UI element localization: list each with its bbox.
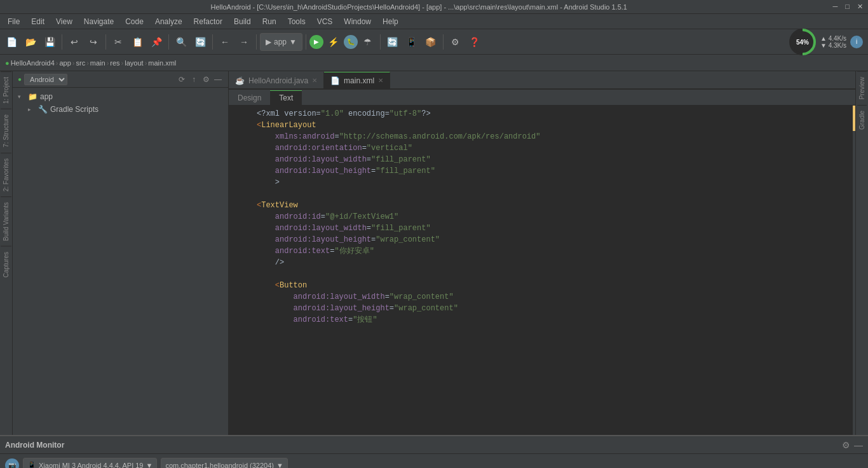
project-view-select[interactable]: Android Project bbox=[24, 74, 67, 85]
design-tab-design[interactable]: Design bbox=[229, 90, 270, 105]
panel-tools: ⟳ ↑ ⚙ — bbox=[177, 74, 223, 85]
menu-item-help[interactable]: Help bbox=[377, 16, 403, 27]
code-line-3: xmlns:android="http://schemas.android.co… bbox=[229, 131, 855, 142]
toolbar-cut-btn[interactable]: ✂ bbox=[109, 33, 127, 51]
toolbar-replace-btn[interactable]: 🔄 bbox=[191, 33, 209, 51]
take-screenshot-btn[interactable]: 📷 bbox=[5, 458, 19, 469]
main-layout: 1: Project 7: Structure 2: Favorites Bui… bbox=[0, 71, 868, 435]
toolbar-new-btn[interactable]: 📄 bbox=[3, 33, 20, 51]
app-selector[interactable]: ▶ app ▼ bbox=[260, 33, 302, 51]
breadcrumb-res[interactable]: res bbox=[110, 59, 119, 67]
left-tab-buildvariants[interactable]: Build Variants bbox=[1, 196, 11, 246]
network-circle-container: 54% bbox=[789, 28, 817, 56]
menu-item-window[interactable]: Window bbox=[339, 16, 376, 27]
bottom-panel-header: Android Monitor ⚙ — bbox=[0, 436, 868, 454]
toolbar-sep1 bbox=[62, 34, 62, 50]
app-process-dropdown-icon: ▼ bbox=[276, 462, 283, 469]
toolbar-find-btn[interactable]: 🔍 bbox=[172, 33, 190, 51]
menu-item-file[interactable]: File bbox=[3, 16, 25, 27]
code-line-5: android:layout_width="fill_parent" bbox=[229, 154, 855, 165]
menu-item-view[interactable]: View bbox=[51, 16, 78, 27]
editor-area: ☕ HelloAndroid.java ✕ 📄 main.xml ✕ Desig… bbox=[229, 71, 855, 435]
menu-item-analyze[interactable]: Analyze bbox=[150, 16, 187, 27]
toolbar-sep5 bbox=[256, 34, 257, 50]
right-tab-preview[interactable]: Preview bbox=[857, 71, 867, 105]
toolbar-paste-btn[interactable]: 📌 bbox=[147, 33, 165, 51]
toolbar-undo-btn[interactable]: ↩ bbox=[65, 33, 83, 51]
toolbar-sep6 bbox=[306, 34, 306, 50]
menu-item-build[interactable]: Build bbox=[229, 16, 256, 27]
design-tab-text[interactable]: Text bbox=[270, 90, 302, 105]
network-config-btn[interactable]: i bbox=[850, 36, 863, 48]
tab-helloandroid-java[interactable]: ☕ HelloAndroid.java ✕ bbox=[229, 72, 324, 88]
left-tab-project[interactable]: 1: Project bbox=[1, 71, 11, 109]
tab-icon-java: ☕ bbox=[235, 76, 245, 85]
toolbar-sync-btn[interactable]: 🔄 bbox=[384, 33, 402, 51]
menu-bar: FileEditViewNavigateCodeAnalyzeRefactorB… bbox=[0, 14, 868, 29]
tab-label-java: HelloAndroid.java bbox=[248, 76, 308, 85]
bottom-minimize-btn[interactable]: — bbox=[854, 440, 863, 450]
left-tab-captures[interactable]: Captures bbox=[1, 246, 11, 283]
breadcrumb-main[interactable]: main bbox=[90, 59, 105, 67]
tab-main-xml[interactable]: 📄 main.xml ✕ bbox=[324, 72, 390, 88]
breadcrumb-helloandroid4[interactable]: HelloAndroid4 bbox=[11, 59, 55, 67]
network-percent: 54% bbox=[796, 38, 809, 45]
toolbar-copy-btn[interactable]: 📋 bbox=[128, 33, 146, 51]
code-line-12: android:layout_height="wrap_content" bbox=[229, 234, 855, 245]
tab-label-xml: main.xml bbox=[344, 76, 374, 85]
bottom-panel-tools: ⚙ — bbox=[842, 440, 863, 450]
editor-content[interactable]: <?xml version="1.0" encoding="utf-8"?> <… bbox=[229, 106, 855, 435]
menu-item-code[interactable]: Code bbox=[120, 16, 149, 27]
tab-close-xml[interactable]: ✕ bbox=[378, 77, 383, 84]
toolbar-open-btn[interactable]: 📂 bbox=[22, 33, 39, 51]
menu-item-navigate[interactable]: Navigate bbox=[79, 16, 119, 27]
download-speed: ▼ 4.3K/s bbox=[820, 42, 846, 49]
menu-item-vcs[interactable]: VCS bbox=[312, 16, 338, 27]
menu-item-refactor[interactable]: Refactor bbox=[189, 16, 227, 27]
bottom-settings-btn[interactable]: ⚙ bbox=[842, 440, 850, 450]
panel-settings-btn[interactable]: ⚙ bbox=[201, 74, 211, 85]
project-panel-header: ● Android Project ⟳ ↑ ⚙ — bbox=[13, 71, 228, 88]
code-line-15 bbox=[229, 268, 855, 280]
toolbar-settings-btn[interactable]: ⚙ bbox=[447, 33, 465, 51]
menu-item-tools[interactable]: Tools bbox=[283, 16, 311, 27]
run-button[interactable]: ▶ bbox=[309, 35, 323, 49]
close-button[interactable]: ✕ bbox=[857, 3, 863, 11]
tree-expand-app[interactable]: ▾ bbox=[18, 93, 25, 100]
left-tab-favorites[interactable]: 2: Favorites bbox=[1, 153, 11, 196]
tree-item-gradle[interactable]: ▸ 🔧 Gradle Scripts bbox=[13, 103, 228, 116]
device-selector[interactable]: 📱 Xiaomi MI 3 Android 4.4.4, API 19 ▼ bbox=[23, 458, 157, 469]
tab-close-java[interactable]: ✕ bbox=[312, 77, 317, 84]
app-process-selector[interactable]: com.chapter1.helloandroid (32204) ▼ bbox=[161, 458, 288, 469]
toolbar-back-btn[interactable]: ← bbox=[216, 33, 234, 51]
tree-item-app[interactable]: ▾ 📁 app bbox=[13, 90, 228, 103]
right-tab-gradle[interactable]: Gradle bbox=[857, 105, 867, 135]
panel-gear-btn[interactable]: — bbox=[213, 74, 223, 85]
breadcrumb-layout[interactable]: layout bbox=[125, 59, 143, 67]
toolbar-redo-btn[interactable]: ↪ bbox=[85, 33, 102, 51]
maximize-button[interactable]: □ bbox=[845, 3, 850, 11]
toolbar-profile-btn[interactable]: ⚡ bbox=[325, 33, 342, 51]
design-text-tabs: Design Text bbox=[229, 89, 855, 106]
monitor-controls: 📷 📱 Xiaomi MI 3 Android 4.4.4, API 19 ▼ … bbox=[0, 454, 868, 468]
minimize-button[interactable]: ─ bbox=[833, 3, 838, 11]
upload-speed: ▲ 4.4K/s bbox=[820, 35, 846, 42]
toolbar-avd-btn[interactable]: 📱 bbox=[403, 33, 421, 51]
toolbar-sdkmanager-btn[interactable]: 📦 bbox=[422, 33, 440, 51]
panel-sync-btn[interactable]: ⟳ bbox=[177, 74, 187, 85]
title-bar: HelloAndroid - [C:\Users\in_h\AndroidStu… bbox=[0, 0, 868, 14]
panel-collapse-btn[interactable]: ↑ bbox=[189, 74, 199, 85]
breadcrumb-src[interactable]: src bbox=[76, 59, 85, 67]
tree-label-app: app bbox=[40, 92, 53, 101]
menu-item-run[interactable]: Run bbox=[257, 16, 281, 27]
tree-expand-gradle[interactable]: ▸ bbox=[28, 106, 36, 113]
breadcrumb-mainxml[interactable]: main.xml bbox=[148, 59, 176, 67]
toolbar-forward-btn[interactable]: → bbox=[235, 33, 253, 51]
breadcrumb-app[interactable]: app bbox=[59, 59, 71, 67]
toolbar-save-btn[interactable]: 💾 bbox=[41, 33, 58, 51]
debug-button[interactable]: 🐛 bbox=[344, 35, 358, 49]
left-tab-structure[interactable]: 7: Structure bbox=[1, 109, 11, 153]
menu-item-edit[interactable]: Edit bbox=[26, 16, 50, 27]
toolbar-help-btn[interactable]: ❓ bbox=[466, 33, 484, 51]
toolbar-coverage-btn[interactable]: ☂ bbox=[359, 33, 377, 51]
